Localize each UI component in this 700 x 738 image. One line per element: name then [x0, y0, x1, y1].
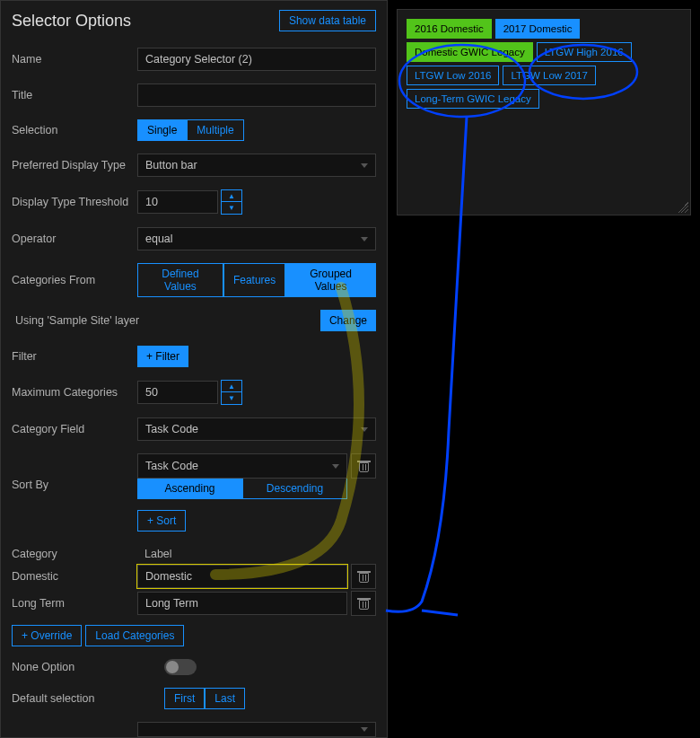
delete-category-button[interactable] — [351, 564, 376, 589]
operator-value: equal — [145, 233, 173, 245]
categories-from-toggle: Defined Values Features Grouped Values — [137, 263, 376, 297]
spinner-down-icon[interactable]: ▼ — [222, 392, 241, 404]
config-panel: Selector Options Show data table Name Ti… — [0, 0, 388, 738]
preview-panel: 2016 Domestic2017 DomesticDomestic GWIC … — [388, 0, 700, 738]
pref-display-label: Preferred Display Type — [12, 159, 137, 171]
cat-field-value: Task Code — [145, 423, 198, 435]
title-input[interactable] — [137, 83, 376, 107]
load-categories-button[interactable]: Load Categories — [85, 625, 184, 646]
delete-sort-button[interactable] — [351, 453, 376, 479]
preview-button-bar: 2016 Domestic2017 DomesticDomestic GWIC … — [407, 19, 681, 109]
preview-box: 2016 Domestic2017 DomesticDomestic GWIC … — [397, 9, 691, 215]
change-layer-button[interactable]: Change — [320, 310, 376, 331]
max-cat-label: Maximum Categories — [12, 386, 137, 399]
chevron-down-icon — [361, 163, 368, 168]
operator-label: Operator — [12, 233, 137, 245]
pref-display-value: Button bar — [145, 159, 197, 171]
default-first-button[interactable]: First — [164, 688, 205, 709]
category-row: Domestic — [12, 564, 376, 589]
spinner-down-icon[interactable]: ▼ — [222, 202, 241, 214]
cat-grouped-button[interactable]: Grouped Values — [285, 263, 376, 297]
panel-title: Selector Options — [12, 12, 131, 31]
default-sel-label: Default selection — [12, 692, 164, 705]
name-input[interactable] — [137, 48, 376, 71]
preview-category-button[interactable]: LTGW Low 2016 — [407, 66, 499, 85]
cat-field-select[interactable]: Task Code — [137, 417, 376, 441]
pref-display-select[interactable]: Button bar — [137, 154, 376, 177]
preview-category-button[interactable]: 2017 Domestic — [495, 19, 581, 39]
name-label: Name — [12, 53, 137, 66]
delete-category-button[interactable] — [351, 591, 376, 616]
threshold-spinner: ▲ ▼ — [221, 189, 242, 215]
using-layer-text: Using 'Sample Site' layer — [12, 314, 139, 327]
sort-asc-button[interactable]: Ascending — [137, 478, 242, 499]
trash-icon — [359, 571, 369, 583]
chevron-down-icon — [361, 427, 368, 432]
add-filter-button[interactable]: + Filter — [137, 346, 188, 367]
category-header: Category — [12, 548, 137, 560]
category-label-input[interactable] — [137, 592, 347, 615]
sort-field-value: Task Code — [145, 460, 198, 472]
preview-category-button[interactable]: 2016 Domestic — [407, 19, 492, 39]
cat-defined-button[interactable]: Defined Values — [137, 263, 223, 297]
preview-category-button[interactable]: LTGW Low 2017 — [503, 66, 595, 85]
threshold-label: Display Type Threshold — [12, 196, 137, 208]
trash-icon — [359, 461, 369, 472]
label-header: Label — [137, 548, 376, 560]
spinner-up-icon[interactable]: ▲ — [222, 190, 241, 202]
sort-by-label: Sort By — [12, 453, 137, 491]
show-data-table-button[interactable]: Show data table — [279, 10, 376, 31]
default-value-select[interactable] — [137, 722, 376, 737]
none-option-label: None Option — [12, 661, 164, 673]
override-button[interactable]: + Override — [12, 625, 82, 646]
cat-field-label: Category Field — [12, 423, 137, 435]
preview-category-button[interactable]: LTGW High 2016 — [537, 42, 632, 62]
chevron-down-icon — [361, 727, 368, 732]
chevron-down-icon — [332, 464, 339, 469]
sort-field-select[interactable]: Task Code — [137, 453, 347, 479]
spinner-up-icon[interactable]: ▲ — [222, 381, 241, 392]
threshold-input[interactable] — [137, 190, 218, 214]
filter-label: Filter — [12, 350, 137, 363]
category-name: Domestic — [12, 570, 137, 583]
sort-desc-button[interactable]: Descending — [242, 478, 347, 499]
none-option-toggle[interactable] — [164, 659, 197, 675]
max-cat-spinner: ▲ ▼ — [221, 380, 242, 405]
operator-select[interactable]: equal — [137, 227, 376, 250]
category-label-input[interactable] — [137, 565, 347, 588]
category-row: Long Term — [12, 591, 376, 616]
max-cat-input[interactable] — [137, 381, 218, 404]
trash-icon — [359, 598, 369, 610]
chevron-down-icon — [361, 237, 368, 242]
selection-toggle: Single Multiple — [137, 119, 244, 141]
selection-label: Selection — [12, 124, 137, 136]
categories-from-label: Categories From — [12, 274, 137, 286]
cat-features-button[interactable]: Features — [223, 263, 285, 297]
toggle-knob-icon — [166, 661, 179, 673]
preview-category-button[interactable]: Long-Term GWIC Legacy — [407, 89, 539, 109]
add-sort-button[interactable]: + Sort — [137, 510, 186, 532]
category-name: Long Term — [12, 597, 137, 610]
preview-category-button[interactable]: Domestic GWIC Legacy — [407, 42, 533, 62]
selection-multiple-button[interactable]: Multiple — [187, 119, 243, 141]
default-sel-toggle: First Last — [164, 688, 245, 709]
selection-single-button[interactable]: Single — [137, 119, 187, 141]
default-last-button[interactable]: Last — [205, 688, 245, 709]
title-label: Title — [12, 89, 137, 101]
resize-handle-icon[interactable] — [678, 202, 688, 213]
